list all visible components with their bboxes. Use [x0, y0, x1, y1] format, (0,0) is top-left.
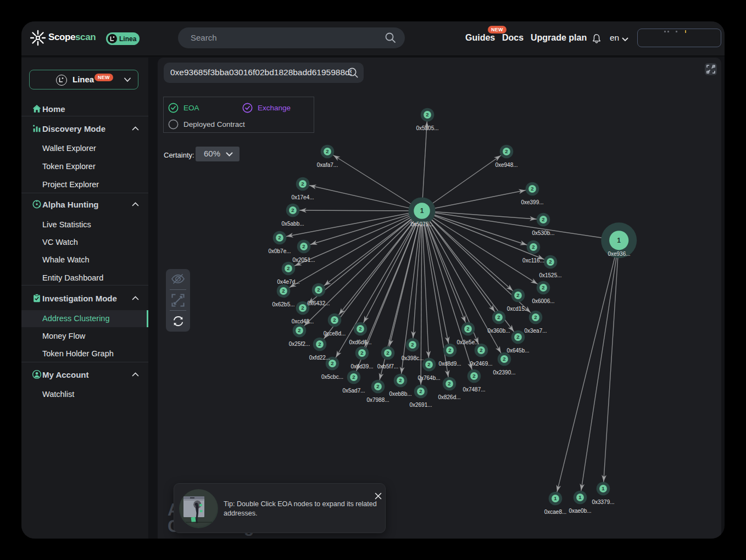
- svg-text:0x1525...: 0x1525...: [539, 272, 561, 278]
- svg-text:0x2469...: 0x2469...: [470, 361, 492, 367]
- svg-text:0xe399...: 0xe399...: [521, 199, 543, 205]
- svg-text:0x17e4...: 0x17e4...: [291, 194, 314, 200]
- svg-text:1: 1: [578, 494, 582, 500]
- svg-text:2: 2: [317, 287, 320, 293]
- svg-text:2: 2: [516, 292, 519, 298]
- svg-text:0x62b5...: 0x62b5...: [272, 301, 294, 307]
- svg-text:0x7487...: 0x7487...: [463, 387, 485, 393]
- svg-text:2: 2: [448, 347, 451, 353]
- svg-text:0x7988...: 0x7988...: [366, 397, 389, 403]
- svg-text:0xcae8...: 0xcae8...: [544, 509, 567, 515]
- svg-text:0xeb8b...: 0xeb8b...: [389, 391, 411, 397]
- svg-text:2: 2: [287, 265, 290, 271]
- svg-text:0xafa7...: 0xafa7...: [317, 162, 338, 168]
- svg-text:0x5ad7...: 0x5ad7...: [342, 388, 365, 394]
- svg-text:1: 1: [420, 207, 424, 215]
- svg-text:2: 2: [542, 284, 544, 290]
- svg-text:0x360b...: 0x360b...: [487, 328, 510, 334]
- svg-text:0xd8d9...: 0xd8d9...: [438, 361, 461, 367]
- svg-text:0x25f2...: 0x25f2...: [289, 341, 310, 347]
- svg-text:2: 2: [352, 374, 355, 380]
- svg-text:0xe948...: 0xe948...: [495, 162, 517, 168]
- svg-text:2: 2: [534, 314, 537, 320]
- svg-text:2: 2: [427, 361, 430, 367]
- svg-text:2: 2: [301, 305, 304, 311]
- svg-text:0x826d...: 0x826d...: [438, 394, 460, 400]
- svg-text:2: 2: [333, 317, 336, 323]
- svg-text:0xae0b...: 0xae0b...: [569, 508, 591, 514]
- svg-text:0x4d39...: 0x4d39...: [350, 363, 373, 369]
- svg-text:0xcd15...: 0xcd15...: [507, 306, 530, 312]
- svg-text:2: 2: [386, 350, 389, 356]
- svg-text:2: 2: [472, 373, 475, 379]
- svg-text:0x2051...: 0x2051...: [292, 257, 315, 263]
- svg-text:2: 2: [516, 334, 519, 340]
- svg-text:0xfd22...: 0xfd22...: [309, 355, 330, 361]
- svg-text:0x2691...: 0x2691...: [409, 402, 432, 408]
- svg-text:1: 1: [617, 237, 621, 244]
- svg-text:1: 1: [554, 495, 557, 501]
- svg-text:2: 2: [549, 259, 552, 265]
- svg-text:2: 2: [532, 244, 535, 250]
- svg-text:0xe936...: 0xe936...: [608, 251, 630, 257]
- svg-text:0xb5f7...: 0xb5f7...: [377, 363, 398, 369]
- svg-text:2: 2: [302, 243, 305, 249]
- svg-text:0x4e7d...: 0x4e7d...: [277, 279, 299, 285]
- svg-text:2: 2: [359, 326, 361, 332]
- svg-text:0x5abb...: 0x5abb...: [281, 221, 304, 227]
- svg-text:2: 2: [298, 327, 300, 333]
- svg-text:0x2390...: 0x2390...: [493, 369, 515, 376]
- svg-text:1: 1: [602, 485, 605, 491]
- svg-text:2: 2: [291, 207, 294, 213]
- svg-text:2: 2: [497, 314, 500, 320]
- svg-text:2: 2: [419, 388, 422, 394]
- svg-text:2: 2: [326, 148, 329, 154]
- svg-text:2: 2: [503, 356, 505, 362]
- svg-text:0x0b7e...: 0x0b7e...: [268, 248, 291, 254]
- svg-text:2: 2: [448, 380, 450, 387]
- svg-text:0x3379...: 0x3379...: [592, 499, 614, 505]
- svg-text:2: 2: [360, 350, 363, 356]
- svg-text:0x3ea7...: 0x3ea7...: [524, 328, 547, 334]
- svg-text:0x6006...: 0x6006...: [532, 298, 554, 304]
- svg-text:2: 2: [531, 186, 533, 192]
- svg-text:2: 2: [426, 111, 428, 117]
- svg-text:0xcd48...: 0xcd48...: [292, 318, 314, 324]
- svg-text:0x398c...: 0x398c...: [402, 355, 424, 361]
- svg-text:0x530b...: 0x530b...: [532, 230, 554, 236]
- svg-text:2: 2: [282, 288, 285, 294]
- svg-text:0x5cbc...: 0x5cbc...: [321, 374, 343, 380]
- svg-text:2: 2: [301, 181, 304, 187]
- svg-text:2: 2: [399, 377, 402, 383]
- svg-text:2: 2: [278, 234, 281, 240]
- svg-text:2: 2: [466, 326, 469, 332]
- svg-text:2: 2: [331, 360, 333, 366]
- svg-text:2: 2: [318, 341, 321, 347]
- svg-text:2: 2: [542, 216, 544, 222]
- svg-text:0x645b...: 0x645b...: [506, 348, 529, 354]
- svg-text:0x5075...: 0x5075...: [410, 221, 433, 227]
- svg-text:2: 2: [505, 148, 508, 154]
- svg-text:2: 2: [376, 383, 379, 389]
- svg-text:2: 2: [480, 347, 482, 353]
- svg-text:2: 2: [411, 341, 414, 348]
